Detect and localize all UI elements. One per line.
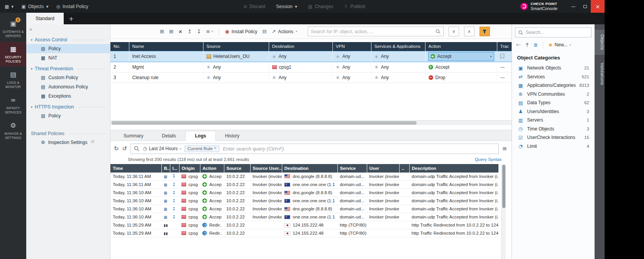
install-policy-menu-button[interactable]: ◎ Install Policy (56, 4, 88, 9)
column-header-action[interactable]: Action (425, 42, 497, 51)
object-category-row[interactable]: ◔ Limit 4 (512, 142, 595, 151)
install-database-icon[interactable]: ⊟ (263, 29, 267, 34)
tree-section-https-inspection[interactable]: ▾ HTTPS Inspection (26, 102, 110, 111)
remove-filter-icon[interactable]: × (214, 146, 217, 150)
log-column-more[interactable]: .. (399, 164, 409, 173)
tree-item[interactable]: ▤ Policy (26, 111, 110, 120)
details-tab[interactable]: Details (153, 131, 185, 141)
logs-vertical-scrollbar[interactable] (501, 164, 506, 259)
collapse-tree-button[interactable]: « (26, 25, 110, 34)
objects-search-input[interactable] (525, 30, 588, 35)
policy-row[interactable]: 2 Mgmt ∗Any cpsg1 ∗Any ∗Any Accept — (110, 62, 512, 72)
object-category-row[interactable]: ⇄ Services 521 (512, 73, 595, 81)
log-column-origin[interactable]: Origin (179, 164, 200, 173)
minimize-button[interactable]: — (568, 0, 579, 13)
actions-button[interactable]: ↗ Actions ▾ (271, 29, 297, 34)
tree-item[interactable]: ▦ Exceptions (26, 91, 110, 101)
publish-button[interactable]: ⇧ Publish (344, 4, 365, 9)
side-panel-tab[interactable]: Objects (595, 30, 605, 55)
details-tab[interactable]: History (216, 131, 249, 141)
tree-section-access-control[interactable]: ▾ Access Control (26, 35, 110, 44)
find-previous-button[interactable]: ∧ (464, 27, 475, 36)
logs-menu-icon[interactable]: ≡ (502, 145, 507, 152)
tree-item[interactable]: ▩ NAT (26, 53, 110, 63)
back-arrow-icon[interactable]: ← (516, 41, 521, 48)
details-tab[interactable]: Summary (114, 131, 153, 141)
changes-button[interactable]: ▤ Changes (308, 4, 333, 9)
nav-item[interactable]: ∞ INFINITY SERVICES (0, 93, 26, 117)
policy-row[interactable]: 3 Cleanup rule ∗Any ∗Any ∗Any ∗Any Drop … (110, 72, 512, 83)
discard-button[interactable]: ⊘ Discard (243, 4, 265, 9)
log-column-service[interactable]: Service (337, 164, 367, 173)
nav-item[interactable]: ▤ LOGS & MONITOR (0, 68, 26, 92)
object-category-row[interactable]: ▥ Servers 1 (512, 116, 595, 125)
current-rule-filter-chip[interactable]: Current Rule × (185, 146, 219, 152)
action-dropdown[interactable]: Accept▾ (429, 52, 494, 61)
nav-item[interactable]: ▦ SECURITY POLICIES (0, 42, 26, 66)
tree-section-shared-policies[interactable]: Shared Policies (26, 129, 110, 138)
collapse-panel-icon[interactable]: ∨ (596, 2, 598, 7)
object-category-row[interactable]: ◷ Time Objects 3 (512, 125, 595, 134)
log-row[interactable]: Today, 11:35:29 AM ▮▮ cpsg1 Redir... 10.… (110, 229, 498, 237)
objects-menu-button[interactable]: ▣ Objects ▾ (21, 4, 48, 9)
log-column-time[interactable]: Time (110, 164, 161, 173)
install-policy-button[interactable]: ◉ Install Policy (225, 29, 257, 34)
sections-menu-button[interactable]: ≡ ▾ (206, 29, 213, 34)
tree-item[interactable]: ⚙ Inspection Settings ◳ (26, 138, 110, 147)
session-dropdown[interactable]: Session ▾ (276, 4, 297, 9)
log-column-source[interactable]: Source (224, 164, 250, 173)
column-header-track[interactable]: Trac (497, 42, 512, 51)
object-category-row[interactable]: ⊛ VPN Communities 2 (512, 90, 595, 99)
log-row[interactable]: Today, 11:36:10 AM ▦ ↧ cpsg1 Accept 10.0… (110, 205, 498, 213)
log-row[interactable]: Today, 11:36:10 AM ▦ ↧ cpsg1 Accept 10.0… (110, 213, 498, 221)
maximize-button[interactable] (579, 0, 591, 13)
log-column-action[interactable]: Action (200, 164, 224, 173)
column-header-services[interactable]: Services & Applications (371, 42, 425, 51)
move-rule-top-icon[interactable]: ↥ (188, 29, 192, 34)
auto-refresh-icon[interactable]: ↺ (122, 145, 127, 152)
tab-standard[interactable]: Standard (26, 13, 64, 24)
tree-item[interactable]: ▤ Autonomous Policy (26, 82, 110, 91)
pin-icon[interactable] (525, 42, 529, 47)
log-row[interactable]: Today, 11:35:29 AM ▮▮ cpsg1 Redir... 10.… (110, 221, 498, 229)
side-panel-tab[interactable]: Validations (595, 58, 605, 90)
column-header-name[interactable]: Name (129, 42, 203, 51)
column-header-destination[interactable]: Destination (269, 42, 332, 51)
log-column-interface[interactable]: I... (170, 164, 179, 173)
tree-item[interactable]: ▤ Custom Policy (26, 73, 110, 82)
scrollbar-thumb[interactable] (502, 165, 505, 208)
filter-button[interactable] (480, 27, 490, 36)
app-menu-button[interactable]: ▦ ▾ (5, 4, 14, 9)
log-column-source-user[interactable]: Source User... (250, 164, 282, 173)
object-category-row[interactable]: ☑ UserCheck Interactions 15 (512, 133, 595, 142)
log-column-blade[interactable]: B.. (161, 164, 170, 173)
query-syntax-link[interactable]: Query Syntax (475, 157, 502, 162)
rulebase-search-input[interactable] (311, 29, 434, 34)
policy-row[interactable]: 1 Inet Access HelenaUsers_OU ∗Any ∗Any ∗… (110, 51, 512, 62)
add-tab-button[interactable]: + (64, 13, 79, 24)
time-range-dropdown[interactable]: ◷ Last 24 Hours ▾ (143, 146, 181, 151)
logs-query-input[interactable] (223, 146, 495, 152)
object-category-row[interactable]: ▤ Data Types 62 (512, 98, 595, 107)
horizontal-scrollbar[interactable] (110, 120, 512, 125)
log-row[interactable]: Today, 11:36:11 AM ▦ ↧ cpsg1 Accept 10.0… (110, 181, 498, 189)
object-category-row[interactable]: ▣ Network Objects 21 (512, 64, 595, 73)
column-header-no[interactable]: No. (110, 42, 129, 51)
tree-section-threat-prevention[interactable]: ▾ Threat Prevention (26, 64, 110, 73)
log-row[interactable]: Today, 11:36:10 AM ▦ ↧ cpsg1 Accept 10.0… (110, 197, 498, 205)
refresh-icon[interactable]: ↻ (114, 145, 119, 152)
move-rule-bottom-icon[interactable]: ↧ (197, 29, 201, 34)
add-rule-below-icon[interactable]: ⊞ (169, 29, 173, 34)
log-row[interactable]: Today, 11:36:11 AM ▦ ↧ cpsg1 Accept 10.0… (110, 173, 498, 181)
nav-item[interactable]: ⚙ MANAGE & SETTINGS (0, 118, 26, 143)
list-view-icon[interactable]: ≣ (534, 42, 538, 48)
object-category-row[interactable]: ♟ Users/Identities 3 (512, 107, 595, 116)
log-row[interactable]: Today, 11:36:10 AM ▦ ↧ cpsg1 Accept 10.0… (110, 189, 498, 197)
details-tab[interactable]: Logs (185, 131, 216, 141)
tree-item[interactable]: ▤ Policy (26, 44, 110, 53)
log-column-destination[interactable]: Destination (282, 164, 337, 173)
nav-item[interactable]: ▣ 1 GATEWAYS & SERVERS (0, 17, 26, 41)
delete-rule-icon[interactable]: × (178, 29, 183, 34)
log-column-user[interactable]: User (367, 164, 399, 173)
scrollbar-thumb[interactable] (112, 121, 417, 125)
